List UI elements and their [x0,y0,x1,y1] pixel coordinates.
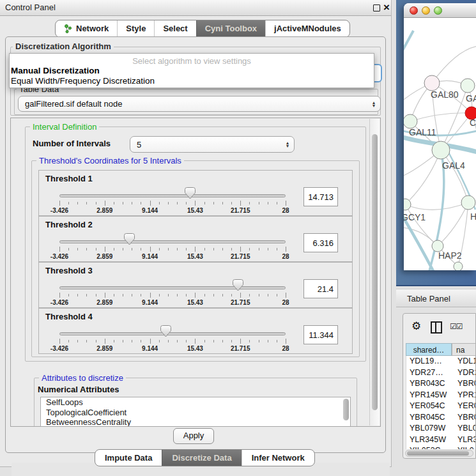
minimize-traffic-light-icon[interactable] [422,6,430,15]
network-icon [64,24,72,33]
network-window-titlebar[interactable] [404,3,476,18]
slider-ticks [59,339,286,344]
threshold-value-field[interactable]: 11.344 [303,325,338,344]
threshold-title: Threshold 2 [45,220,93,229]
table-data-select[interactable]: galFiltered.sif default node ▴▾ [18,96,381,112]
table-row[interactable]: YBL079WYBL0 [406,423,475,434]
network-node[interactable] [454,262,463,270]
node-label: GAL4 [442,160,465,171]
network-node[interactable] [404,114,417,128]
attributes-list[interactable]: SelfLoopsTopologicalCoefficientBetweenne… [40,397,351,427]
table-cell: YIL0 [452,445,475,449]
panel-title: Control Panel [5,3,56,12]
table-row[interactable]: YBR043CYBR0 [406,378,475,390]
slider-ticks [59,293,286,298]
threshold-panel: Threshold 3 -3.4262.8599.14415.4321.7152… [38,262,353,308]
slider-tick-labels: -3.4262.8599.14415.4321.71528 [59,345,286,353]
tab-cyni-toolbox[interactable]: Cyni Toolbox [196,20,265,37]
table-row[interactable]: YIL053CYIL0 [406,445,475,449]
tab-style[interactable]: Style [117,20,154,37]
table-cell: YIL053C [406,445,452,449]
number-of-intervals-label: Number of Intervals [33,139,111,148]
slider-tick-labels: -3.4262.8599.14415.4321.71528 [59,253,286,261]
slider-area: -3.4262.8599.14415.4321.71528 [59,231,286,260]
table-row[interactable]: YDR27…YDR2 [406,367,475,379]
slider-thumb[interactable] [124,233,135,245]
tab-select[interactable]: Select [154,20,196,37]
control-panel: Control Panel × NetworkStyleSelectCyni T… [0,0,392,467]
table-row[interactable]: YLR345WYLR3 [406,434,475,446]
network-window: GAL80GACGAL11GAL4GCY1HHAP2 [404,3,476,270]
table-cell: YBL0 [452,423,475,434]
slider-ticks [59,247,286,252]
network-node[interactable] [404,199,411,210]
table-cell: YBR0 [452,412,475,424]
slider-track[interactable] [59,240,286,243]
table-cell: YER0 [452,401,475,412]
attribute-item[interactable]: BetweennessCentrality [41,417,350,427]
table-cell: YBR043C [406,378,452,390]
dropdown-option[interactable]: Equal Width/Frequency Discretization [10,76,374,86]
float-icon[interactable] [373,4,380,12]
dropdown-hint: Select algorithm to view settings [10,54,374,66]
slider-area: -3.4262.8599.14415.4321.71528 [59,185,286,214]
threshold-title: Threshold 4 [45,312,93,321]
dropdown-option[interactable]: Manual Discretization [10,66,374,76]
split-columns-icon[interactable] [431,321,442,334]
slider-thumb[interactable] [160,325,171,337]
bottom-tab-impute-data[interactable]: Impute Data [95,450,162,466]
column-header-name[interactable]: na [452,343,475,356]
network-canvas-svg: GAL80GACGAL11GAL4GCY1HHAP2 [404,18,476,270]
checkboxes-icon[interactable]: ☑☑ [450,322,463,331]
threshold-panel: Threshold 2 -3.4262.8599.14415.4321.7152… [38,216,353,262]
column-header-shared-name[interactable]: shared… [406,343,452,356]
table-hscrollbar-track[interactable] [405,450,473,457]
table-hscrollbar-thumb[interactable] [407,451,469,456]
tab-jactivemnodules[interactable]: jActiveMNodules [265,20,349,37]
close-icon[interactable]: × [383,1,390,15]
number-of-intervals-select[interactable]: 5 ▴▾ [130,136,295,153]
attribute-item[interactable]: TopologicalCoefficient [41,408,350,418]
table-row[interactable]: YPR145WYPR1 [406,390,475,401]
tab-label: Network [76,20,109,37]
slider-track[interactable] [59,332,286,335]
gear-icon[interactable]: ⚙ [411,319,421,332]
slider-track[interactable] [59,194,286,197]
threshold-title: Threshold 3 [45,266,93,275]
node-label: GA [466,93,476,104]
threshold-title: Threshold 1 [45,174,93,183]
zoom-traffic-light-icon[interactable] [434,6,442,15]
table-row[interactable]: YBR045CYBR0 [406,412,475,424]
node-label: C [470,118,476,128]
table-row[interactable]: YDL19…YDL1 [406,356,475,367]
bottom-tab-discretize-data[interactable]: Discretize Data [162,450,241,466]
tab-network[interactable]: Network [56,20,117,37]
table-data-value: galFiltered.sif default node [25,99,122,109]
attribute-item[interactable]: SelfLoops [41,397,350,408]
apply-button[interactable]: Apply [173,428,214,444]
settings-scrollpane: Interval Definition Number of Intervals … [10,118,381,427]
table-panel-header: Table Panel [396,289,476,307]
scrollpane-scrollbar-thumb[interactable] [372,134,378,410]
scrollpane-scrollbar-track[interactable] [369,119,380,426]
slider-thumb[interactable] [185,187,196,199]
slider-track[interactable] [59,286,286,289]
network-node[interactable] [461,79,475,93]
table-row[interactable]: YER054CYER0 [406,401,475,412]
threshold-value-field[interactable]: 14.713 [303,187,338,206]
table-cell: YER054C [406,401,452,412]
network-node[interactable] [424,75,440,91]
threshold-value-field[interactable]: 21.4 [303,279,338,298]
network-canvas[interactable]: GAL80GACGAL11GAL4GCY1HHAP2 [404,18,476,270]
attributes-list-scrollbar[interactable] [343,399,349,420]
table-cell: YDR27… [406,367,452,379]
slider-thumb[interactable] [233,279,243,291]
bottom-tab-infer-network[interactable]: Infer Network [242,450,314,466]
close-traffic-light-icon[interactable] [410,6,418,15]
tab-label: Cyni Toolbox [205,20,257,37]
threshold-value-field[interactable]: 6.316 [303,233,338,252]
table-cell: YBR0 [452,378,475,390]
attributes-group-title: Attributes to discretize [39,373,126,383]
network-node[interactable] [461,196,475,210]
network-node[interactable] [432,141,450,159]
